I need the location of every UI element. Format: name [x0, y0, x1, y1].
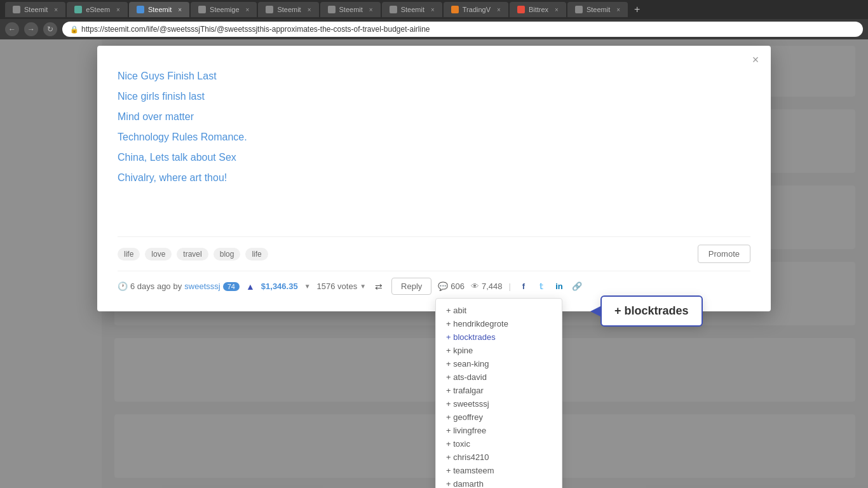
back-button[interactable]: ← [5, 22, 19, 36]
vote-item-6[interactable]: + ats-david [436, 370, 562, 384]
reload-button[interactable]: ↻ [43, 22, 57, 36]
meta-row: 🕐 6 days ago by sweetsssj 74 ▲ $1,346.35… [118, 271, 750, 301]
promote-button[interactable]: Promote [698, 245, 750, 263]
address-bar[interactable]: 🔒 https://steemit.com/life/@sweetsssjThi… [62, 22, 863, 37]
comments-text: 606 [451, 281, 465, 291]
post-modal: × Nice Guys Finish Last Nice girls finis… [97, 46, 771, 311]
tab-favicon-10 [575, 6, 583, 13]
vote-item-4[interactable]: + kpine [436, 344, 562, 357]
social-icons: f 𝕥 in 🔗 [517, 280, 583, 293]
vote-item-10[interactable]: + livingfree [436, 424, 562, 437]
post-link-1[interactable]: Nice Guys Finish Last [118, 66, 750, 86]
tab-10[interactable]: Steemit × [567, 2, 628, 17]
tab-label-3: Steemit [148, 6, 172, 13]
tab-favicon-3 [137, 6, 144, 13]
tag-life2[interactable]: life [245, 248, 268, 261]
post-link-2[interactable]: Nice girls finish last [118, 86, 750, 107]
vote-item-5[interactable]: + sean-king [436, 357, 562, 370]
tab-favicon-2 [74, 6, 82, 13]
post-link-5[interactable]: China, Lets talk about Sex [118, 147, 750, 168]
post-time: 🕐 6 days ago by sweetsssj 74 [118, 281, 240, 291]
post-content: Nice Guys Finish Last Nice girls finish … [118, 61, 750, 198]
tab-favicon-4 [198, 6, 206, 13]
views-count: 👁 7,448 [471, 281, 503, 291]
tab-6[interactable]: Steemit × [320, 2, 381, 17]
tags-row: life love travel blog life Promote [118, 236, 750, 271]
tab-9[interactable]: Bittrex × [510, 2, 566, 17]
post-link-4[interactable]: Technology Rules Romance. [118, 127, 750, 147]
tag-love[interactable]: love [145, 248, 172, 261]
tab-favicon-8 [451, 6, 459, 13]
vote-item-8[interactable]: + sweetsssj [436, 397, 562, 410]
votes-dropdown: + abit + hendrikdegrote + blocktrades + … [435, 298, 562, 488]
reply-button[interactable]: Reply [391, 278, 431, 295]
facebook-icon[interactable]: f [517, 280, 530, 293]
tab-5[interactable]: Steemit × [258, 2, 318, 17]
vote-item-7[interactable]: + trafalgar [436, 384, 562, 397]
close-button[interactable]: × [748, 52, 763, 67]
tab-label-1: Steemit [24, 6, 48, 13]
tab-label-7: Steemit [401, 6, 424, 13]
tab-4[interactable]: Steemige × [191, 2, 257, 17]
link-icon[interactable]: 🔗 [571, 280, 583, 293]
tab-label-4: Steemige [210, 6, 239, 13]
share-icon[interactable]: ⇄ [372, 280, 385, 293]
tab-favicon-9 [517, 6, 525, 13]
tag-life[interactable]: life [118, 248, 140, 261]
vote-item-11[interactable]: + toxic [436, 437, 562, 451]
address-bar-row: ← → ↻ 🔒 https://steemit.com/life/@sweets… [0, 19, 868, 39]
vote-item-13[interactable]: + teamsteem [436, 464, 562, 477]
content-spacer [118, 198, 750, 236]
votes-text: 1576 votes [317, 281, 358, 291]
tab-label-9: Bittrex [529, 6, 548, 13]
tab-7[interactable]: Steemit × [382, 2, 442, 17]
blocktrades-label: + blocktrades [614, 304, 689, 317]
tab-label-10: Steemit [587, 6, 610, 13]
browser-chrome: Steemit × eSteem × Steemit × Steemige × … [0, 0, 868, 39]
tab-favicon-6 [328, 6, 336, 13]
tab-label-8: TradingV [463, 6, 491, 13]
vote-item-9[interactable]: + geoffrey [436, 410, 562, 424]
vote-caret[interactable]: ▲ [246, 281, 255, 292]
tab-bar: Steemit × eSteem × Steemit × Steemige × … [0, 0, 868, 19]
eye-icon: 👁 [471, 281, 479, 291]
tab-8[interactable]: TradingV × [444, 2, 508, 17]
author-name[interactable]: sweetsssj [184, 281, 220, 291]
tab-3[interactable]: Steemit × [129, 2, 189, 17]
amount-dropdown-icon[interactable]: ▼ [304, 283, 311, 290]
rep-badge: 74 [223, 282, 240, 291]
tab-favicon-7 [390, 6, 397, 13]
tooltip-arrow [590, 306, 600, 316]
tab-label-2: eSteem [86, 6, 110, 13]
post-amount: $1,346.35 [261, 281, 298, 291]
forward-button[interactable]: → [24, 22, 38, 36]
vote-item-2[interactable]: + hendrikdegrote [436, 317, 562, 330]
modal-overlay: × Nice Guys Finish Last Nice girls finis… [0, 39, 868, 488]
comment-icon: 💬 [438, 281, 448, 291]
vote-item-12[interactable]: + chris4210 [436, 451, 562, 464]
linkedin-icon[interactable]: in [553, 280, 566, 293]
vote-item-1[interactable]: + abit [436, 304, 562, 317]
by-text: by [173, 281, 182, 291]
blocktrades-tooltip: + blocktrades [600, 295, 703, 327]
address-text: https://steemit.com/life/@sweetsssjThis/… [81, 25, 430, 34]
secure-badge: 🔒 [70, 25, 79, 34]
vote-item-3[interactable]: + blocktrades [436, 330, 562, 344]
new-tab-button[interactable]: + [634, 4, 640, 15]
votes-dropdown-icon: ▼ [360, 283, 366, 290]
clock-icon: 🕐 [118, 281, 128, 291]
modal-body: Nice Guys Finish Last Nice girls finish … [97, 46, 771, 311]
tab-label-5: Steemit [277, 6, 301, 13]
divider: | [509, 281, 511, 291]
tab-1[interactable]: Steemit × [5, 2, 65, 17]
tab-2[interactable]: eSteem × [67, 2, 128, 17]
post-link-6[interactable]: Chivalry, where art thou! [118, 168, 750, 188]
views-text: 7,448 [482, 281, 503, 291]
tab-favicon-5 [266, 6, 273, 13]
post-link-3[interactable]: Mind over matter [118, 107, 750, 127]
votes-count[interactable]: 1576 votes ▼ [317, 281, 367, 291]
tag-travel[interactable]: travel [177, 248, 208, 261]
twitter-icon[interactable]: 𝕥 [535, 280, 548, 293]
vote-item-14[interactable]: + damarth [436, 477, 562, 488]
tag-blog[interactable]: blog [214, 248, 241, 261]
